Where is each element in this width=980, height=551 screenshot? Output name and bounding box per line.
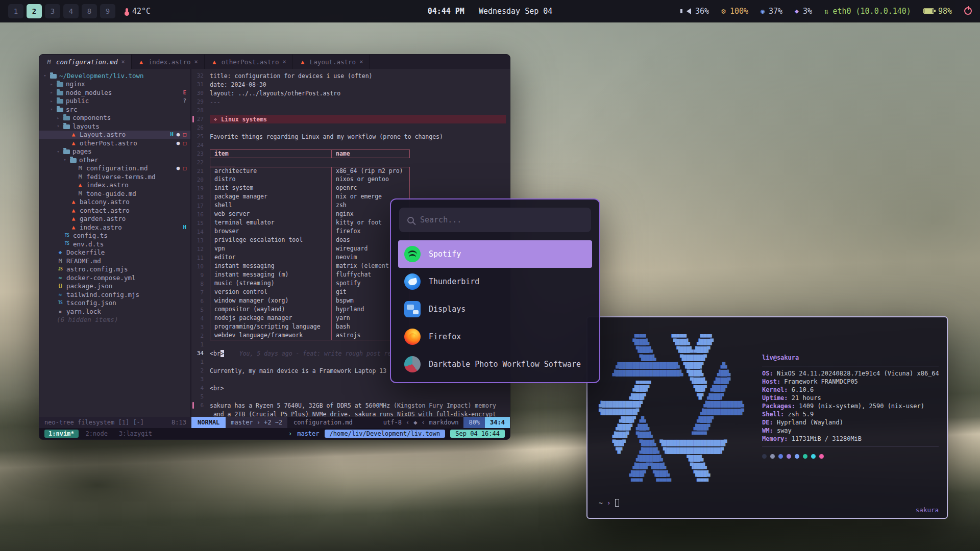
tree-item[interactable]: TSconfig.ts bbox=[39, 232, 190, 240]
line-number: 11 bbox=[191, 255, 210, 261]
editor-line: 28 bbox=[191, 106, 510, 115]
editor-tab[interactable]: ▲index.astro× bbox=[132, 55, 205, 69]
editor-tab[interactable]: ▲otherPost.astro× bbox=[205, 55, 293, 69]
workspace-button[interactable]: 8 bbox=[82, 4, 97, 18]
tree-item[interactable]: ▾pages bbox=[39, 147, 190, 156]
tree-item[interactable]: ▲index.astro bbox=[39, 181, 190, 190]
tree-item-label: index.astro bbox=[80, 223, 122, 231]
network-module[interactable]: ⇅ eth0 (10.0.0.140) bbox=[824, 7, 911, 16]
launcher-item-label: Firefox bbox=[429, 332, 461, 341]
logo-segment: ▟███▛ ▜███▙ bbox=[599, 470, 693, 477]
tree-item[interactable]: ▸public? bbox=[39, 97, 190, 106]
tree-item[interactable]: ▲garden.astro bbox=[39, 215, 190, 223]
close-icon[interactable]: × bbox=[121, 58, 125, 65]
tree-item-label: tone-guide.md bbox=[86, 190, 136, 197]
power-button[interactable] bbox=[964, 7, 972, 15]
tree-item[interactable]: ▲index.astroH bbox=[39, 223, 190, 232]
workspace-button[interactable]: 1 bbox=[8, 4, 23, 18]
logo-segment: ▄▄▄▄▖ ▜███▙ bbox=[599, 378, 714, 384]
workspace-button[interactable]: 4 bbox=[63, 4, 79, 18]
tree-item[interactable]: ▸nginx bbox=[39, 80, 190, 89]
line-number: 28 bbox=[191, 107, 210, 114]
launcher-item[interactable]: Firefox bbox=[398, 323, 592, 350]
git-changes: +2 ~2 bbox=[264, 419, 282, 426]
tree-item[interactable]: ▲contact.astro bbox=[39, 206, 190, 215]
tree-item[interactable]: (6 hidden items) bbox=[39, 316, 190, 324]
palette-dot bbox=[795, 454, 799, 459]
search-input[interactable]: Search... bbox=[399, 208, 591, 232]
tree-item[interactable]: ◆Dockerfile bbox=[39, 248, 190, 257]
launcher-item[interactable]: Thunderbird bbox=[398, 268, 592, 295]
statusline: neo-tree filesystem [1] [-] 8:13 NORMAL … bbox=[39, 417, 510, 428]
close-icon[interactable]: × bbox=[194, 58, 198, 65]
editor-tab[interactable]: Mconfiguration.md× bbox=[39, 55, 132, 69]
tree-item[interactable]: {}package.json bbox=[39, 282, 190, 291]
line-number: 14 bbox=[191, 229, 210, 235]
tree-item[interactable]: JSastro.config.mjs bbox=[39, 265, 190, 274]
shell-prompt[interactable]: ~ › bbox=[599, 499, 619, 507]
tree-item[interactable]: ▾layouts bbox=[39, 122, 190, 131]
tree-item[interactable]: ▸node_modulesE bbox=[39, 88, 190, 97]
info-label: Kernel: bbox=[762, 386, 788, 393]
table-row: privilege escalation tooldoas bbox=[210, 236, 410, 245]
tree-item[interactable]: MREADME.md bbox=[39, 257, 190, 265]
disk-icon: ◉ bbox=[761, 7, 765, 15]
launcher-item[interactable]: Darktable Photo Workflow Software bbox=[398, 350, 592, 378]
neotree-statusline: neo-tree filesystem [1] [-] 8:13 bbox=[39, 417, 191, 428]
workspace-button[interactable]: 9 bbox=[100, 4, 115, 18]
git-status: ●□ bbox=[177, 140, 186, 146]
tree-item[interactable]: ▲otherPost.astro●□ bbox=[39, 139, 190, 147]
cpu-module[interactable]: ◆ 3% bbox=[795, 7, 812, 16]
tree-item-label: components bbox=[72, 114, 111, 121]
table-row: distronixos or gentoo bbox=[210, 176, 410, 184]
launcher-item[interactable]: Displays bbox=[398, 295, 592, 323]
info-label: Memory: bbox=[762, 435, 788, 442]
git-blame: You, 5 days ago - feat: write rough post… bbox=[224, 350, 391, 357]
tmux-window[interactable]: 2:node bbox=[82, 430, 112, 438]
tree-item-label: tsconfig.json bbox=[66, 299, 116, 307]
tree-item[interactable]: ▸components bbox=[39, 114, 190, 122]
tree-item[interactable]: ▾other bbox=[39, 156, 190, 164]
table-row: instant messaging (m)fluffychat bbox=[210, 271, 410, 280]
heading-text: Linux systems bbox=[221, 116, 267, 123]
logo-segment: ▜███▙ ▝▀▀▀▀ bbox=[636, 432, 707, 438]
tmux-window[interactable]: 1:nvim* bbox=[44, 430, 79, 438]
logo-line: ▟███▛ ▜▛ ▟███▛ bbox=[599, 393, 744, 400]
vim-mode: NORMAL bbox=[191, 417, 226, 428]
tree-item[interactable]: TSenv.d.ts bbox=[39, 240, 190, 248]
logo-segment: ▟███▛ bbox=[714, 378, 730, 384]
tree-item-label: pages bbox=[72, 147, 92, 155]
tree-item[interactable]: ≈tailwind.config.mjs bbox=[39, 290, 190, 299]
volume-module[interactable]: 36% bbox=[687, 7, 709, 16]
line-number: 7 bbox=[191, 289, 210, 296]
tree-item-label: other bbox=[79, 156, 99, 164]
tree-item[interactable]: ▾~/Development/liv.town bbox=[39, 71, 190, 80]
astro-icon: ▲ bbox=[70, 224, 77, 230]
brightness-module[interactable]: ⚙ 100% bbox=[721, 7, 748, 16]
disk-module[interactable]: ◉ 37% bbox=[761, 7, 782, 16]
tree-item[interactable]: Mtone-guide.md bbox=[39, 189, 190, 198]
tree-item[interactable]: ▪yarn.lock bbox=[39, 307, 190, 316]
tree-item[interactable]: TStsconfig.json bbox=[39, 299, 190, 308]
tree-item[interactable]: ▲Layout.astroH●□ bbox=[39, 131, 190, 139]
tree-item[interactable]: ▲balcony.astro bbox=[39, 198, 190, 207]
tmux-window[interactable]: 3:lazygit bbox=[115, 430, 156, 438]
close-icon[interactable]: × bbox=[283, 58, 286, 65]
tree-item[interactable]: ▾src bbox=[39, 105, 190, 114]
tree-item-label: src bbox=[66, 106, 78, 113]
launcher-item[interactable]: Spotify bbox=[398, 240, 592, 268]
palette-dot bbox=[762, 454, 767, 459]
line-number: 25 bbox=[191, 133, 210, 140]
tree-item[interactable]: Mfediverse-terms.md bbox=[39, 172, 190, 181]
search-icon bbox=[407, 217, 414, 223]
lock-icon: ▪ bbox=[57, 309, 64, 314]
battery-module[interactable]: 98% bbox=[923, 7, 952, 16]
line-number: 24 bbox=[191, 142, 210, 148]
tree-item[interactable]: Mconfiguration.md●□ bbox=[39, 164, 190, 173]
editor-tab[interactable]: ▲Layout.astro× bbox=[293, 55, 370, 69]
workspace-button[interactable]: 3 bbox=[45, 4, 60, 18]
tree-item-label: docker-compose.yml bbox=[66, 274, 135, 282]
close-icon[interactable]: × bbox=[359, 58, 363, 65]
tree-item[interactable]: ≈docker-compose.yml bbox=[39, 273, 190, 282]
workspace-button[interactable]: 2 bbox=[27, 4, 42, 18]
